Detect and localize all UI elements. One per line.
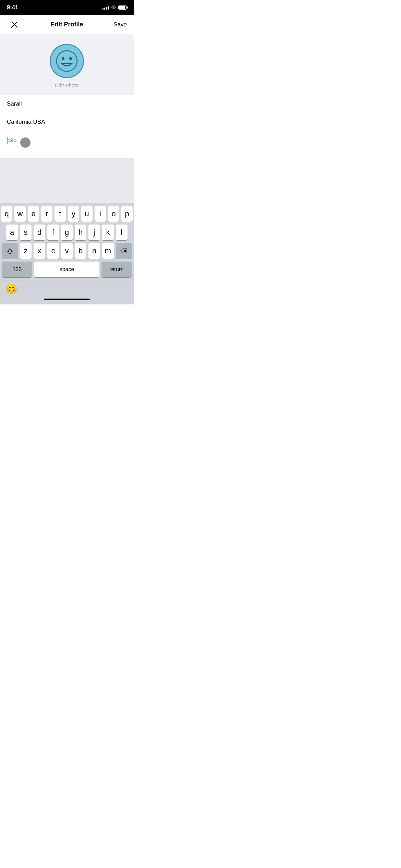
bio-cursor	[7, 137, 8, 144]
bio-label: Bio	[8, 137, 17, 144]
svg-point-2	[69, 57, 72, 60]
avatar[interactable]	[50, 44, 84, 78]
key-f[interactable]: f	[47, 225, 59, 240]
battery-icon	[118, 5, 127, 10]
key-o[interactable]: o	[108, 206, 119, 222]
key-a[interactable]: a	[6, 225, 18, 240]
home-indicator	[0, 296, 134, 304]
status-time: 9:41	[7, 4, 18, 11]
location-field[interactable]	[0, 113, 134, 131]
save-button[interactable]: Save	[112, 17, 127, 32]
keyboard: q w e r t y u i o p a s d f g h j k l z …	[0, 203, 134, 280]
form-section: Bio	[0, 95, 134, 159]
edit-photo-label[interactable]: Edit Photo	[55, 82, 78, 88]
bio-toggle[interactable]	[20, 137, 31, 148]
photo-section: Edit Photo	[0, 34, 134, 95]
key-g[interactable]: g	[61, 225, 73, 240]
keyboard-row-2: a s d f g h j k l	[1, 225, 133, 240]
key-u[interactable]: u	[81, 206, 93, 222]
key-d[interactable]: d	[34, 225, 45, 240]
key-m[interactable]: m	[102, 243, 114, 259]
key-j[interactable]: j	[88, 225, 100, 240]
key-w[interactable]: w	[14, 206, 26, 222]
nav-header: Edit Profile Save	[0, 15, 134, 34]
key-k[interactable]: k	[102, 225, 114, 240]
key-n[interactable]: n	[88, 243, 100, 259]
bio-field[interactable]: Bio	[0, 131, 134, 159]
key-b[interactable]: b	[75, 243, 86, 259]
key-return[interactable]: return	[101, 262, 132, 277]
key-i[interactable]: i	[95, 206, 106, 222]
backspace-key[interactable]	[116, 243, 132, 259]
key-y[interactable]: y	[68, 206, 79, 222]
svg-point-1	[62, 57, 64, 60]
key-r[interactable]: r	[41, 206, 52, 222]
key-q[interactable]: q	[1, 206, 12, 222]
key-l[interactable]: l	[116, 225, 127, 240]
location-input[interactable]	[7, 119, 127, 125]
keyboard-row-3: z x c v b n m	[1, 243, 133, 259]
home-bar	[44, 299, 90, 300]
key-v[interactable]: v	[61, 243, 73, 259]
emoji-button[interactable]: 😊	[5, 283, 17, 294]
key-z[interactable]: z	[20, 243, 32, 259]
page-title: Edit Profile	[50, 21, 83, 28]
key-s[interactable]: s	[20, 225, 32, 240]
status-bar: 9:41	[0, 0, 134, 15]
content-spacer	[0, 159, 134, 203]
key-p[interactable]: p	[121, 206, 133, 222]
close-button[interactable]	[7, 17, 22, 32]
shift-key[interactable]	[2, 243, 18, 259]
key-c[interactable]: c	[47, 243, 59, 259]
name-field[interactable]	[0, 95, 134, 113]
key-123[interactable]: 123	[2, 262, 32, 277]
key-t[interactable]: t	[54, 206, 66, 222]
status-icons	[102, 5, 127, 10]
key-e[interactable]: e	[28, 206, 39, 222]
key-x[interactable]: x	[34, 243, 45, 259]
keyboard-bottom-row: 123 space return	[1, 262, 133, 280]
keyboard-row-1: q w e r t y u i o p	[1, 206, 133, 222]
svg-point-0	[57, 51, 77, 71]
bottom-bar: 😊	[0, 280, 134, 296]
key-h[interactable]: h	[75, 225, 86, 240]
bio-input-text[interactable]: Bio	[7, 137, 17, 144]
key-space[interactable]: space	[34, 262, 99, 277]
wifi-icon	[111, 5, 116, 10]
name-input[interactable]	[7, 100, 127, 107]
signal-icon	[102, 5, 109, 10]
